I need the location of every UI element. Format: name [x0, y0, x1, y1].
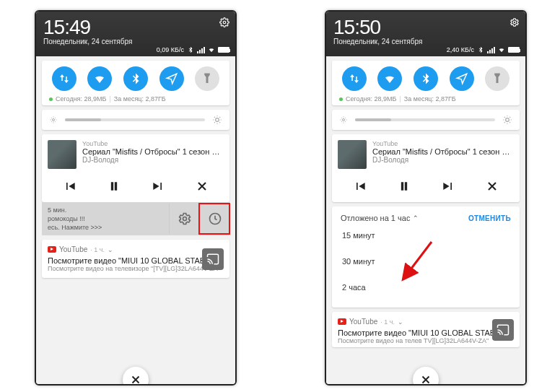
skip-previous-icon: [353, 179, 367, 193]
close-icon: [195, 179, 209, 193]
cast-icon: [496, 323, 509, 336]
youtube-icon: [338, 318, 346, 325]
media-prev-button[interactable]: [350, 176, 370, 196]
brightness-slider[interactable]: [332, 110, 520, 130]
qs-flashlight-toggle[interactable]: [195, 66, 219, 91]
notif-subtitle: Посмотрите видео на телев TV][LG]32LA644…: [338, 337, 514, 344]
snooze-option-30min[interactable]: 30 минут: [341, 248, 511, 274]
notif-app-name: YouTube: [349, 318, 377, 326]
sun-small-icon: [49, 116, 58, 124]
svg-point-7: [506, 118, 509, 122]
youtube-notification[interactable]: YouTube · 1 ч. ⌄ Посмотрите видео "MIUI …: [42, 240, 229, 278]
skip-next-icon: [151, 179, 165, 193]
clear-all-button[interactable]: [413, 367, 439, 384]
bluetooth-icon: [187, 46, 194, 53]
youtube-icon: [48, 246, 56, 253]
navigation-icon: [455, 72, 468, 85]
media-title: Сериал "Misfits / Отбросы" 1 сезон 5 сер…: [82, 147, 224, 156]
snooze-options-card: Отложено на 1 час ⌃ ОТМЕНИТЬ 15 минут 30…: [332, 206, 520, 308]
network-speed: 0,09 КБ/с: [157, 46, 184, 53]
settings-gear[interactable]: [219, 17, 229, 27]
media-app-name: YouTube: [82, 140, 224, 147]
sun-small-icon: [339, 116, 348, 124]
svg-point-3: [183, 217, 186, 221]
usage-today: Сегодня: 28,9МБ: [56, 95, 106, 103]
media-subtitle: DJ-Володя: [82, 156, 224, 164]
status-date: Понедельник, 24 сентября: [333, 38, 518, 45]
media-close-button[interactable]: [482, 176, 502, 196]
snooze-current-selection[interactable]: Отложено на 1 час ⌃: [341, 214, 419, 222]
qs-data-toggle[interactable]: [52, 66, 76, 91]
close-icon: [419, 373, 432, 384]
cast-button[interactable]: [492, 319, 514, 341]
notification-snooze-button[interactable]: [199, 204, 229, 234]
gear-icon: [219, 17, 229, 27]
snooze-subtitle: есь. Нажмите >>>: [48, 224, 163, 231]
bluetooth-icon: [129, 72, 142, 85]
snooze-cancel-button[interactable]: ОТМЕНИТЬ: [468, 214, 511, 222]
snooze-option-15min[interactable]: 15 минут: [341, 222, 511, 248]
media-thumbnail: [338, 140, 367, 169]
battery-icon: [218, 47, 229, 53]
media-close-button[interactable]: [192, 176, 212, 196]
qs-flashlight-toggle[interactable]: [485, 66, 509, 91]
media-notification[interactable]: YouTube Сериал "Misfits / Отбросы" 1 сез…: [332, 134, 520, 202]
notif-title: Посмотрите видео "MIUI 10 GLOBAL STABLE …: [338, 328, 514, 337]
qs-bluetooth-toggle[interactable]: [414, 66, 438, 91]
flashlight-icon: [491, 72, 504, 85]
data-arrows-icon: [348, 72, 361, 85]
media-app-name: YouTube: [372, 140, 514, 147]
media-prev-button[interactable]: [60, 176, 80, 196]
snooze-duration: 5 мин.: [48, 206, 163, 214]
qs-wifi-toggle[interactable]: [377, 66, 402, 91]
chevron-down-icon[interactable]: ⌄: [108, 246, 113, 253]
skip-next-icon: [441, 179, 455, 193]
media-subtitle: DJ-Володя: [372, 156, 514, 164]
notif-title: Посмотрите видео "MIUI 10 GLOBAL STABLE …: [48, 256, 224, 265]
notif-time: 1 ч.: [384, 318, 395, 326]
status-indicators: 0,09 КБ/с: [157, 46, 229, 53]
media-pause-button[interactable]: [104, 176, 124, 196]
snoozed-notification[interactable]: 5 мин. ромокоды !!! есь. Нажмите >>>: [42, 202, 229, 235]
data-arrows-icon: [58, 72, 71, 85]
qs-data-toggle[interactable]: [342, 66, 367, 91]
gear-icon: [178, 212, 192, 226]
svg-point-1: [53, 119, 55, 121]
close-icon: [485, 179, 499, 193]
settings-gear[interactable]: [509, 17, 520, 27]
svg-point-5: [513, 21, 516, 24]
notification-panel: Сегодня: 28,9МБ | За месяц: 2,87ГБ YouTu…: [326, 56, 525, 384]
media-thumbnail: [48, 140, 76, 169]
status-bar: 15:49 Понедельник, 24 сентября 0,09 КБ/с: [36, 12, 235, 56]
brightness-track[interactable]: [65, 118, 205, 121]
status-bar: 15:50 Понедельник, 24 сентября 2,40 КБ/с: [326, 12, 525, 56]
snooze-title: ромокоды !!!: [48, 215, 163, 222]
clock: 15:50: [333, 16, 518, 39]
media-next-button[interactable]: [438, 176, 458, 196]
clear-all-button[interactable]: [123, 367, 149, 384]
qs-location-toggle[interactable]: [159, 66, 184, 91]
notification-panel: Сегодня: 28,9МБ | За месяц: 2,87ГБ YouTu…: [36, 56, 235, 384]
snooze-option-2h[interactable]: 2 часа: [341, 274, 511, 300]
qs-bluetooth-toggle[interactable]: [123, 66, 148, 91]
youtube-notification[interactable]: YouTube · 1 ч. ⌄ Посмотрите видео "MIUI …: [332, 312, 520, 347]
media-next-button[interactable]: [148, 176, 168, 196]
brightness-track[interactable]: [355, 118, 495, 121]
usage-month: За месяц: 2,87ГБ: [404, 95, 456, 103]
media-notification[interactable]: YouTube Сериал "Misfits / Отбросы" 1 сез…: [42, 134, 229, 202]
chevron-down-icon[interactable]: ⌄: [398, 318, 403, 326]
pause-icon: [397, 179, 411, 193]
status-dot-icon: [339, 97, 343, 101]
signal-icon: [197, 46, 205, 53]
media-title: Сериал "Misfits / Отбросы" 1 сезон 5 сер…: [372, 147, 514, 156]
qs-location-toggle[interactable]: [450, 66, 474, 91]
cast-button[interactable]: [202, 248, 224, 270]
brightness-slider[interactable]: [42, 110, 229, 130]
wifi-icon: [383, 72, 396, 85]
notification-settings-button[interactable]: [169, 204, 199, 234]
data-usage-row: Сегодня: 28,9МБ | За месяц: 2,87ГБ: [46, 95, 225, 103]
network-speed: 2,40 КБ/с: [447, 46, 474, 53]
close-icon: [129, 373, 142, 384]
media-pause-button[interactable]: [394, 176, 414, 196]
qs-wifi-toggle[interactable]: [87, 66, 112, 91]
